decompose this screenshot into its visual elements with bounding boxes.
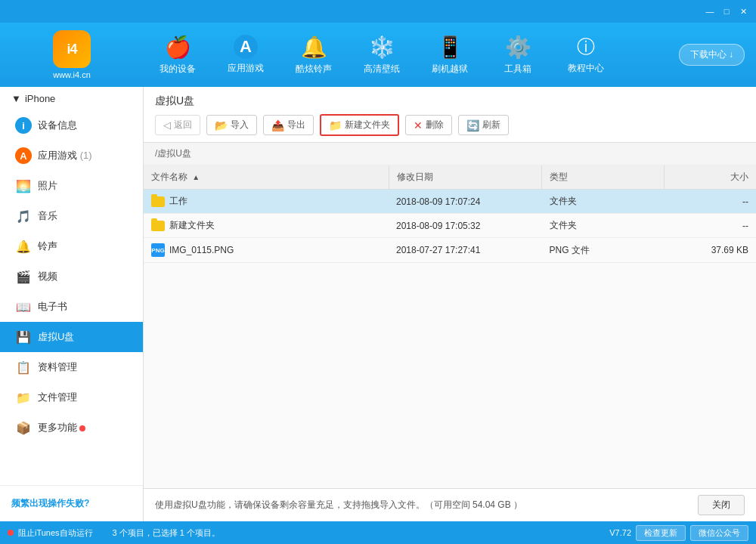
- col-header-size[interactable]: 大小: [665, 165, 757, 190]
- itunes-label: 阻止iTunes自动运行: [18, 527, 93, 539]
- nav-item-toolbox[interactable]: ⚙️ 工具箱: [484, 23, 552, 87]
- new-folder-label: 新建文件夹: [345, 119, 390, 131]
- col-header-type[interactable]: 类型: [542, 165, 665, 190]
- device-info-label: 设备信息: [38, 119, 77, 132]
- table-row[interactable]: 新建文件夹 2018-08-09 17:05:32 文件夹 --: [144, 214, 756, 238]
- table-row[interactable]: 工作 2018-08-09 17:07:24 文件夹 --: [144, 190, 756, 214]
- app-header: i4 www.i4.cn 🍎 我的设备 A 应用游戏 🔔 酷炫铃声 ❄️ 高清壁…: [0, 23, 756, 87]
- table-row[interactable]: PNG IMG_0115.PNG 2018-07-27 17:27:41 PNG…: [144, 238, 756, 263]
- photos-label: 照片: [38, 179, 57, 193]
- content-area: 虚拟U盘 ◁ 返回 📂 导入 📤 导出 📁: [144, 87, 756, 521]
- refresh-icon: 🔄: [466, 119, 479, 131]
- nav-item-jailbreak[interactable]: 📱 刷机越狱: [416, 23, 484, 87]
- file-modified: 2018-08-09 17:07:24: [389, 190, 542, 214]
- file-name-cell: PNG IMG_0115.PNG: [144, 238, 389, 263]
- file-table: 文件名称 ▲ 修改日期 类型 大小 工作: [144, 165, 756, 263]
- device-info-icon: i: [15, 117, 32, 134]
- main-layout: ▼ iPhone i 设备信息 A 应用游戏 (1) 🌅 照片 🎵 音乐 🔔 铃…: [0, 87, 756, 521]
- back-button[interactable]: ◁ 返回: [155, 115, 200, 135]
- bottom-info-text: 使用虚拟U盘功能，请确保设备剩余容量充足，支持拖拽导入文件。（可用空间 54.0…: [155, 499, 522, 512]
- nav-icon-tutorial: ⓘ: [577, 35, 595, 59]
- file-type: 文件夹: [542, 190, 665, 214]
- app-game-icon: A: [15, 147, 32, 164]
- file-table-container: 文件名称 ▲ 修改日期 类型 大小 工作: [144, 165, 756, 488]
- sidebar: ▼ iPhone i 设备信息 A 应用游戏 (1) 🌅 照片 🎵 音乐 🔔 铃…: [0, 87, 144, 521]
- delete-button[interactable]: ✕ 删除: [405, 115, 452, 135]
- nav-item-wallpaper[interactable]: ❄️ 高清壁纸: [348, 23, 416, 87]
- maximize-button[interactable]: □: [720, 5, 733, 18]
- ebook-label: 电子书: [38, 300, 67, 314]
- video-icon: 🎬: [15, 268, 32, 285]
- delete-icon: ✕: [414, 119, 423, 131]
- content-header: 虚拟U盘 ◁ 返回 📂 导入 📤 导出 📁: [144, 87, 756, 143]
- header-right: 下载中心 ↓: [650, 44, 756, 66]
- file-name-cell: 工作: [144, 190, 389, 214]
- sidebar-item-more-features[interactable]: 📦 更多功能: [0, 413, 143, 443]
- status-left: 阻止iTunes自动运行 3 个项目，已选择 1 个项目。: [8, 527, 220, 539]
- sidebar-item-ebook[interactable]: 📖 电子书: [0, 292, 143, 322]
- export-button[interactable]: 📤 导出: [263, 115, 314, 135]
- sidebar-item-music[interactable]: 🎵 音乐: [0, 201, 143, 231]
- version-label: V7.72: [609, 528, 631, 537]
- nav-icon-app-game: A: [234, 35, 258, 59]
- nav-item-my-device[interactable]: 🍎 我的设备: [144, 23, 212, 87]
- sidebar-item-file-manage[interactable]: 📁 文件管理: [0, 382, 143, 413]
- nav-label-my-device: 我的设备: [160, 63, 196, 76]
- wechat-button[interactable]: 微信公众号: [690, 525, 748, 541]
- sidebar-item-photos[interactable]: 🌅 照片: [0, 171, 143, 201]
- nav-label-tutorial: 教程中心: [568, 62, 604, 75]
- file-size: --: [665, 190, 757, 214]
- status-count: 3 个项目，已选择 1 个项目。: [113, 527, 220, 539]
- nav-label-ringtone: 酷炫铃声: [296, 63, 332, 76]
- import-label: 导入: [231, 119, 249, 131]
- logo-subtitle: www.i4.cn: [53, 70, 91, 79]
- nav-item-app-game[interactable]: A 应用游戏: [212, 23, 280, 87]
- nav-label-jailbreak: 刷机越狱: [432, 63, 468, 76]
- col-header-modified[interactable]: 修改日期: [389, 165, 542, 190]
- png-icon: PNG: [151, 243, 165, 257]
- minimize-button[interactable]: —: [703, 5, 717, 18]
- import-button[interactable]: 📂 导入: [206, 115, 257, 135]
- close-button[interactable]: ✕: [736, 5, 750, 18]
- check-update-button[interactable]: 检查更新: [636, 525, 686, 541]
- ringtone-label: 铃声: [38, 240, 57, 253]
- file-manage-icon: 📁: [15, 389, 32, 406]
- file-size: 37.69 KB: [665, 238, 757, 263]
- col-header-name[interactable]: 文件名称 ▲: [144, 165, 389, 190]
- virtual-udisk-label: 虚拟U盘: [38, 330, 74, 344]
- nav-item-ringtone[interactable]: 🔔 酷炫铃声: [280, 23, 348, 87]
- sidebar-item-app-game[interactable]: A 应用游戏 (1): [0, 141, 143, 171]
- data-manage-label: 资料管理: [38, 360, 77, 374]
- back-icon: ◁: [163, 119, 171, 131]
- frequent-error-button[interactable]: 频繁出现操作失败?: [11, 497, 89, 510]
- nav-label-wallpaper: 高清壁纸: [364, 63, 400, 76]
- file-type: 文件夹: [542, 214, 665, 238]
- download-btn[interactable]: 下载中心 ↓: [679, 44, 745, 66]
- nav-item-tutorial[interactable]: ⓘ 教程中心: [552, 23, 620, 87]
- sidebar-item-video[interactable]: 🎬 视频: [0, 261, 143, 292]
- toolbar: ◁ 返回 📂 导入 📤 导出 📁 新建文件夹: [155, 114, 745, 142]
- nav-icon-toolbox: ⚙️: [505, 35, 531, 60]
- file-name-text: 新建文件夹: [169, 219, 215, 232]
- close-button[interactable]: 关闭: [698, 495, 745, 515]
- file-modified: 2018-08-09 17:05:32: [389, 214, 542, 238]
- breadcrumb: /虚拟U盘: [144, 143, 756, 165]
- delete-label: 删除: [426, 119, 444, 131]
- music-icon: 🎵: [15, 208, 32, 224]
- file-modified: 2018-07-27 17:27:41: [389, 238, 542, 263]
- sidebar-item-data-manage[interactable]: 📋 资料管理: [0, 352, 143, 382]
- file-name-text: IMG_0115.PNG: [169, 245, 234, 255]
- file-manage-label: 文件管理: [38, 391, 77, 404]
- sidebar-device-header[interactable]: ▼ iPhone: [0, 87, 143, 110]
- sidebar-item-device-info[interactable]: i 设备信息: [0, 110, 143, 141]
- nav-label-app-game: 应用游戏: [228, 62, 264, 75]
- refresh-button[interactable]: 🔄 刷新: [458, 115, 509, 135]
- new-folder-button[interactable]: 📁 新建文件夹: [320, 114, 399, 136]
- sidebar-item-ringtone[interactable]: 🔔 铃声: [0, 231, 143, 261]
- nav-icon-my-device: 🍎: [165, 35, 191, 60]
- file-name-cell: 新建文件夹: [144, 214, 389, 238]
- export-icon: 📤: [271, 119, 284, 131]
- itunes-dot: [8, 530, 14, 536]
- sidebar-item-virtual-udisk[interactable]: 💾 虚拟U盘: [0, 322, 143, 352]
- file-size: --: [665, 214, 757, 238]
